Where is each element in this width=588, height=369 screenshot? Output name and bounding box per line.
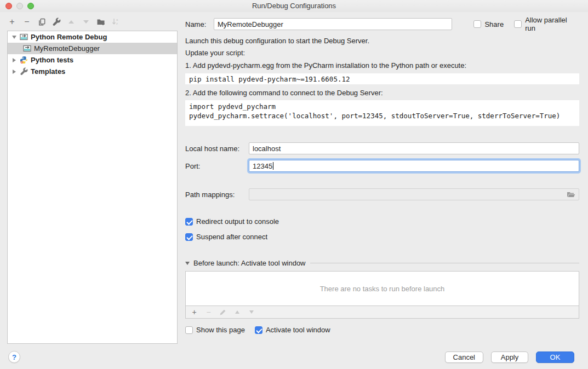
configurations-tree: Python Remote Debug MyRemoteDebugger Pyt… [7, 31, 178, 344]
path-mappings-label: Path mappings: [185, 191, 249, 199]
show-this-page-label: Show this page [196, 326, 245, 334]
svg-text:z: z [116, 22, 118, 25]
window-title: Run/Debug Configurations [0, 2, 588, 10]
redirect-output-checkbox[interactable] [185, 218, 193, 226]
tree-item-label: Templates [31, 67, 65, 76]
path-mappings-input[interactable] [249, 188, 579, 200]
code-line-1: import pydevd_pycharm [189, 102, 575, 111]
move-down-icon[interactable] [82, 18, 90, 26]
add-icon[interactable]: + [8, 18, 16, 26]
edit-defaults-icon[interactable] [52, 18, 61, 26]
configuration-editor: Name: MyRemoteDebugger Share Allow paral… [178, 12, 588, 369]
allow-parallel-run-checkbox[interactable] [514, 20, 522, 28]
tree-item-label: Python Remote Debug [31, 33, 107, 41]
name-label: Name: [185, 20, 214, 28]
intro-line-1: Launch this debug configuration to start… [185, 37, 579, 45]
cancel-button[interactable]: Cancel [445, 351, 483, 363]
pip-command: pip install pydevd-pycharm~=191.6605.12 [185, 73, 579, 84]
chevron-down-icon [185, 262, 190, 265]
python-icon [19, 56, 28, 65]
activate-tool-window-label: Activate tool window [266, 326, 330, 334]
tree-item-templates[interactable]: Templates [8, 66, 177, 77]
port-label: Port: [185, 162, 249, 170]
copy-icon[interactable] [37, 18, 46, 26]
local-host-name-label: Local host name: [185, 145, 249, 153]
intro-line-2: Update your script: [185, 49, 579, 57]
run-debug-configurations-dialog: Run/Debug Configurations + − az [0, 0, 588, 369]
titlebar: Run/Debug Configurations [0, 0, 588, 12]
text-caret [273, 162, 273, 170]
tree-item-label: Python tests [31, 56, 73, 64]
before-launch-title: Before launch: Activate tool window [193, 259, 306, 267]
chevron-right-icon[interactable] [11, 70, 18, 74]
configurations-pane: + − az Python Remote Debu [0, 12, 178, 369]
wrench-icon [19, 67, 28, 76]
section-divider [310, 263, 579, 263]
tree-item-myremotedebugger[interactable]: MyRemoteDebugger [8, 43, 177, 54]
step-2-text: 2. Add the following command to connect … [185, 89, 579, 97]
remove-icon[interactable]: − [205, 309, 212, 316]
allow-parallel-run-label: Allow parallel run [525, 16, 579, 32]
chevron-right-icon[interactable] [11, 58, 18, 62]
tree-item-label: MyRemoteDebugger [34, 44, 100, 53]
name-value: MyRemoteDebugger [218, 20, 283, 28]
move-up-icon[interactable] [67, 18, 76, 26]
tree-item-python-tests[interactable]: Python tests [8, 54, 177, 66]
activate-tool-window-checkbox[interactable] [255, 326, 262, 334]
code-line-2: pydevd_pycharm.settrace('localhost', por… [189, 111, 575, 120]
svg-text:a: a [116, 18, 118, 21]
remote-debug-icon [19, 33, 28, 42]
help-button[interactable]: ? [8, 351, 20, 363]
remove-icon[interactable]: − [22, 18, 31, 26]
before-launch-empty-text: There are no tasks to run before launch [320, 285, 445, 293]
move-down-icon[interactable] [248, 309, 255, 316]
share-checkbox[interactable] [473, 20, 481, 28]
redirect-output-label: Redirect output to console [196, 217, 279, 226]
tree-item-python-remote-debug[interactable]: Python Remote Debug [8, 31, 177, 43]
ok-button[interactable]: OK [536, 351, 574, 363]
step-1-text: 1. Add pydevd-pycharm.egg from the PyCha… [185, 61, 579, 70]
show-this-page-checkbox[interactable] [185, 326, 193, 334]
local-host-name-value: localhost [253, 145, 281, 153]
configurations-toolbar: + − az [0, 12, 178, 31]
new-folder-icon[interactable] [96, 18, 105, 26]
port-input[interactable]: 12345 [249, 160, 579, 172]
before-launch-toolbar: + − [185, 306, 579, 319]
chevron-down-icon[interactable] [11, 36, 18, 39]
name-input[interactable]: MyRemoteDebugger [214, 18, 453, 30]
dialog-buttons: Cancel Apply OK [445, 351, 574, 363]
before-launch-section-header[interactable]: Before launch: Activate tool window [185, 259, 579, 267]
local-host-name-input[interactable]: localhost [249, 142, 579, 154]
suspend-after-connect-checkbox[interactable] [185, 233, 193, 241]
port-value: 12345 [253, 162, 272, 170]
browse-folder-icon[interactable] [567, 191, 575, 198]
share-label: Share [484, 20, 504, 28]
sort-icon[interactable]: az [111, 18, 120, 26]
edit-icon[interactable] [219, 309, 226, 316]
apply-button[interactable]: Apply [491, 351, 528, 363]
move-up-icon[interactable] [233, 309, 241, 316]
settrace-code-block: import pydevd_pycharm pydevd_pycharm.set… [185, 100, 579, 126]
help-icon: ? [12, 353, 16, 361]
suspend-after-connect-label: Suspend after connect [196, 233, 267, 241]
before-launch-task-list[interactable]: There are no tasks to run before launch [185, 271, 579, 306]
remote-debug-icon [22, 44, 31, 53]
add-icon[interactable]: + [191, 309, 198, 316]
